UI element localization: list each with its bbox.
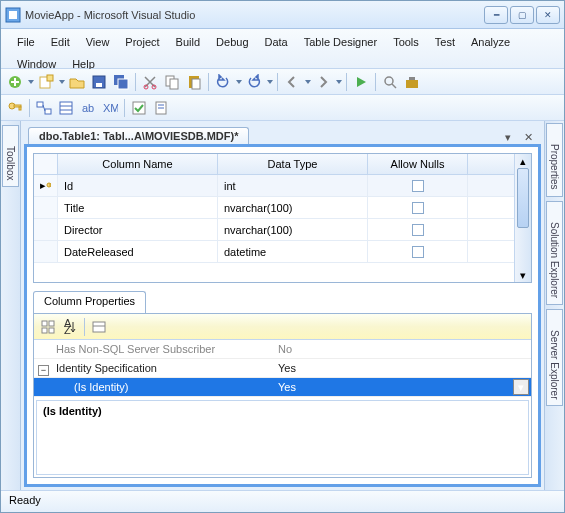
menu-data[interactable]: Data — [257, 31, 296, 53]
checkbox-icon[interactable] — [412, 246, 424, 258]
new-project-icon[interactable] — [5, 72, 25, 92]
column-properties-tab[interactable]: Column Properties — [33, 291, 146, 313]
cell-column-name[interactable]: Id — [58, 175, 218, 196]
vertical-scrollbar[interactable]: ▴ ▾ — [514, 154, 531, 282]
checkbox-icon[interactable] — [412, 180, 424, 192]
header-column-name[interactable]: Column Name — [58, 154, 218, 174]
menu-analyze[interactable]: Analyze — [463, 31, 518, 53]
dropdown-icon[interactable]: ▾ — [513, 379, 529, 395]
checkbox-icon[interactable] — [412, 224, 424, 236]
cell-allow-nulls[interactable] — [368, 219, 468, 240]
svg-rect-38 — [42, 321, 47, 326]
row-selector-icon[interactable]: ▸ — [34, 175, 58, 196]
svg-rect-32 — [133, 102, 145, 114]
header-data-type[interactable]: Data Type — [218, 154, 368, 174]
toolbar-separator — [135, 73, 136, 91]
server-explorer-tab[interactable]: Server Explorer — [546, 309, 563, 406]
properties-tab[interactable]: Properties — [546, 123, 563, 197]
nav-fwd-icon[interactable] — [313, 72, 333, 92]
find-icon[interactable] — [380, 72, 400, 92]
menu-debug[interactable]: Debug — [208, 31, 256, 53]
table-row[interactable]: ▸ Id int — [34, 175, 514, 197]
menu-view[interactable]: View — [78, 31, 118, 53]
generate-script-icon[interactable] — [151, 98, 171, 118]
menu-file[interactable]: File — [9, 31, 43, 53]
table-row[interactable]: Director nvarchar(100) — [34, 219, 514, 241]
properties-icon[interactable] — [89, 317, 109, 337]
categorized-icon[interactable] — [38, 317, 58, 337]
start-debug-icon[interactable] — [351, 72, 371, 92]
toolbar-separator — [124, 99, 125, 117]
window-title: MovieApp - Microsoft Visual Studio — [25, 9, 482, 21]
toolbar-separator — [29, 99, 30, 117]
toolbox-icon[interactable] — [402, 72, 422, 92]
solution-explorer-tab[interactable]: Solution Explorer — [546, 201, 563, 305]
row-selector-icon[interactable] — [34, 241, 58, 262]
open-icon[interactable] — [67, 72, 87, 92]
cell-allow-nulls[interactable] — [368, 197, 468, 218]
cell-data-type[interactable]: nvarchar(100) — [218, 219, 368, 240]
relationships-icon[interactable] — [34, 98, 54, 118]
redo-icon[interactable] — [244, 72, 264, 92]
row-selector-icon[interactable] — [34, 197, 58, 218]
nav-dropdown-icon[interactable] — [305, 80, 311, 84]
nav-back-icon[interactable] — [282, 72, 302, 92]
menu-tools[interactable]: Tools — [385, 31, 427, 53]
cell-column-name[interactable]: Director — [58, 219, 218, 240]
header-allow-nulls[interactable]: Allow Nulls — [368, 154, 468, 174]
menu-project[interactable]: Project — [117, 31, 167, 53]
property-row[interactable]: Has Non-SQL Server Subscriber No — [34, 340, 531, 359]
row-selector-icon[interactable] — [34, 219, 58, 240]
document-tab[interactable]: dbo.Table1: Tabl...A\MOVIESDB.MDF)* — [28, 127, 249, 144]
table-row[interactable]: Title nvarchar(100) — [34, 197, 514, 219]
cell-allow-nulls[interactable] — [368, 241, 468, 262]
alphabetical-icon[interactable]: AZ — [60, 317, 80, 337]
cell-allow-nulls[interactable] — [368, 175, 468, 196]
property-row[interactable]: −Identity Specification Yes — [34, 359, 531, 378]
scroll-down-icon[interactable]: ▾ — [515, 268, 531, 282]
maximize-button[interactable]: ▢ — [510, 6, 534, 24]
save-all-icon[interactable] — [111, 72, 131, 92]
menu-table-designer[interactable]: Table Designer — [296, 31, 385, 53]
cell-data-type[interactable]: datetime — [218, 241, 368, 262]
indexes-icon[interactable] — [56, 98, 76, 118]
cell-column-name[interactable]: DateReleased — [58, 241, 218, 262]
svg-rect-14 — [170, 79, 178, 89]
save-icon[interactable] — [89, 72, 109, 92]
cell-data-type[interactable]: int — [218, 175, 368, 196]
title-bar[interactable]: MovieApp - Microsoft Visual Studio ━ ▢ ✕ — [1, 1, 564, 29]
nav-dropdown-icon[interactable] — [336, 80, 342, 84]
redo-dropdown-icon[interactable] — [267, 80, 273, 84]
checkbox-icon[interactable] — [412, 202, 424, 214]
cut-icon[interactable] — [140, 72, 160, 92]
menu-edit[interactable]: Edit — [43, 31, 78, 53]
add-item-icon[interactable] — [36, 72, 56, 92]
table-row[interactable]: DateReleased datetime — [34, 241, 514, 263]
menu-test[interactable]: Test — [427, 31, 463, 53]
undo-icon[interactable] — [213, 72, 233, 92]
check-constraint-icon[interactable] — [129, 98, 149, 118]
cell-data-type[interactable]: nvarchar(100) — [218, 197, 368, 218]
properties-toolbar: AZ — [34, 314, 531, 340]
scrollbar-thumb[interactable] — [517, 168, 529, 228]
fulltext-icon[interactable]: ab — [78, 98, 98, 118]
new-dropdown-icon[interactable] — [28, 80, 34, 84]
property-value[interactable]: Yes — [274, 381, 513, 393]
primary-key-icon[interactable] — [5, 98, 25, 118]
property-name: −Identity Specification — [34, 362, 274, 374]
close-button[interactable]: ✕ — [536, 6, 560, 24]
collapse-icon[interactable]: − — [38, 365, 49, 376]
xml-index-icon[interactable]: XML — [100, 98, 120, 118]
toolbox-tab[interactable]: Toolbox — [2, 125, 19, 187]
copy-icon[interactable] — [162, 72, 182, 92]
menu-build[interactable]: Build — [168, 31, 208, 53]
add-dropdown-icon[interactable] — [59, 80, 65, 84]
tab-close-icon[interactable]: ✕ — [521, 130, 535, 144]
minimize-button[interactable]: ━ — [484, 6, 508, 24]
cell-column-name[interactable]: Title — [58, 197, 218, 218]
property-row-selected[interactable]: (Is Identity) Yes ▾ — [34, 378, 531, 397]
paste-icon[interactable] — [184, 72, 204, 92]
undo-dropdown-icon[interactable] — [236, 80, 242, 84]
tab-dropdown-icon[interactable]: ▾ — [501, 130, 515, 144]
scroll-up-icon[interactable]: ▴ — [515, 154, 531, 168]
